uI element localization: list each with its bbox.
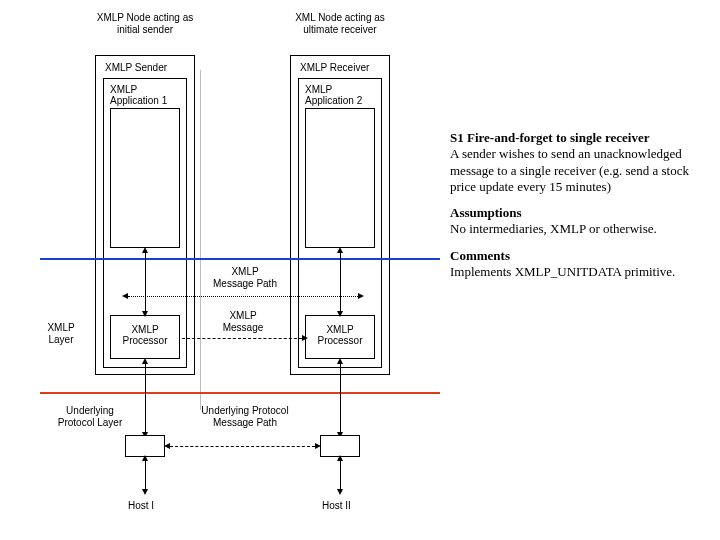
- comments-heading: Comments: [450, 248, 510, 263]
- assumptions-body: No intermediaries, XMLP or otherwise.: [450, 221, 657, 236]
- receiver-processor-box: XMLP Processor: [305, 315, 375, 359]
- assumptions-heading: Assumptions: [450, 205, 522, 220]
- xmlp-message-path-label: XMLP Message Path: [205, 266, 285, 290]
- sender-proc-und-arrow: [145, 363, 146, 433]
- receiver-proc-und-arrow: [340, 363, 341, 433]
- scenario-title: S1 Fire-and-forget to single receiver: [450, 130, 650, 145]
- xmlp-message-path-arrow: [128, 296, 358, 297]
- underlying-layer-label: Underlying Protocol Layer: [50, 405, 130, 429]
- host2-label: Host II: [322, 500, 351, 512]
- app1-label: XMLP Application 1: [110, 84, 167, 106]
- sender-protocol-box: [125, 435, 165, 457]
- explanation-panel: S1 Fire-and-forget to single receiver A …: [450, 130, 705, 290]
- host1-label: Host I: [128, 500, 154, 512]
- comments-body: Implements XMLP_UNITDATA primitive.: [450, 264, 675, 279]
- app2-label: XMLP Application 2: [305, 84, 362, 106]
- scenario-body: A sender wishes to send an unacknowledge…: [450, 146, 689, 194]
- red-boundary-line: [40, 392, 440, 394]
- receiver-host-arrow: [340, 460, 341, 490]
- protocol-diagram: XMLP Node acting as initial sender XML N…: [0, 0, 440, 540]
- blue-boundary-line: [40, 258, 440, 260]
- grey-divider: [200, 70, 201, 410]
- sender-node-label: XMLP Node acting as initial sender: [85, 12, 205, 36]
- xmlp-layer-label: XMLP Layer: [36, 322, 86, 346]
- xmlp-message-label: XMLP Message: [208, 310, 278, 334]
- app1-box: [110, 108, 180, 248]
- receiver-app-proc-arrow: [340, 252, 341, 312]
- receiver-protocol-box: [320, 435, 360, 457]
- xmlp-message-arrow: [182, 338, 302, 339]
- receiver-role-label: XMLP Receiver: [300, 62, 369, 73]
- sender-app-proc-arrow: [145, 252, 146, 312]
- sender-role-label: XMLP Sender: [105, 62, 167, 73]
- app2-box: [305, 108, 375, 248]
- sender-processor-box: XMLP Processor: [110, 315, 180, 359]
- receiver-node-label: XML Node acting as ultimate receiver: [280, 12, 400, 36]
- sender-host-arrow: [145, 460, 146, 490]
- underlying-path-label: Underlying Protocol Message Path: [195, 405, 295, 429]
- underlying-message-arrow: [170, 446, 315, 447]
